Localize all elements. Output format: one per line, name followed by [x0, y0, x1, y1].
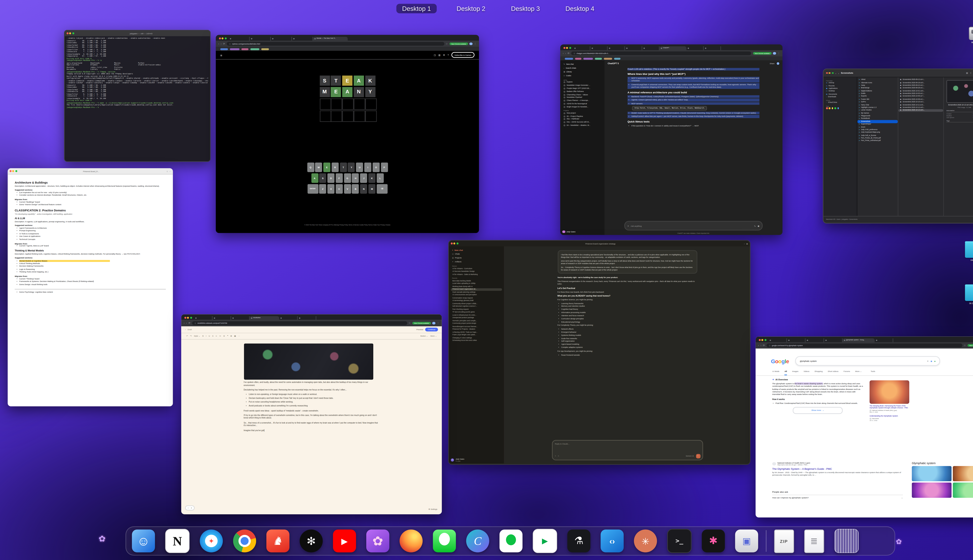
- keyboard-key[interactable]: U: [356, 163, 363, 172]
- continue-button[interactable]: Continue: [425, 327, 438, 332]
- tag-dots[interactable]: [825, 107, 855, 110]
- bookmark-star-icon[interactable]: ☆: [964, 344, 966, 347]
- reload-icon[interactable]: ⟳: [568, 52, 570, 55]
- browser-tab[interactable]: [704, 46, 721, 50]
- browser-tab[interactable]: [194, 316, 212, 320]
- sidebar-item[interactable]: ⌕ Search chats: [562, 66, 602, 70]
- site-info-icon[interactable]: ⓘ: [195, 322, 196, 324]
- browser-tab[interactable]: [625, 46, 642, 50]
- recent-item[interactable]: Neurodivergent success framew...: [451, 325, 502, 328]
- format-tool[interactable]: S: [212, 335, 213, 337]
- active-tab[interactable]: ChatGPT: [659, 46, 686, 50]
- editor-paragraph[interactable]: I'll try to go into the different types …: [244, 414, 380, 420]
- keyboard-key[interactable]: T: [340, 163, 347, 172]
- browser-tab[interactable]: [228, 37, 249, 41]
- recent-item[interactable]: Pinterest for Projects - Ideation: [451, 328, 502, 331]
- browser-tab[interactable]: [768, 338, 787, 342]
- keyboard-key[interactable]: W: [315, 163, 322, 172]
- site-info-icon[interactable]: ⓘ: [229, 43, 231, 45]
- paa-question[interactable]: How can I improve my glymphatic system?⌄: [772, 495, 903, 500]
- browser-tab[interactable]: [231, 316, 249, 320]
- starred-item[interactable]: AI for Artisans - Sales & Marketing: [451, 273, 502, 276]
- macintosh-hd-icon[interactable]: Macintosh HD: [960, 27, 973, 43]
- desktop-2-tab[interactable]: Desktop 2: [451, 3, 491, 13]
- search-box[interactable]: glymphatic system ✕ ◉ ◈: [795, 356, 940, 366]
- bookmark-chip[interactable]: [614, 58, 620, 60]
- model-selector[interactable]: Sonnet 4.5: [686, 455, 694, 457]
- project-item[interactable]: New project: [562, 112, 602, 115]
- starred-item[interactable]: AI Success Newsletter Design: [451, 270, 502, 273]
- file-row[interactable]: ▸ GoPro: [857, 101, 898, 103]
- flower-app[interactable]: ✿: [366, 530, 389, 552]
- project-item[interactable]: 04a – ADHD Success with M...: [562, 121, 602, 124]
- sidebar-item[interactable]: ✎ New chat: [562, 62, 602, 66]
- format-tool[interactable]: Button ⌄: [421, 335, 428, 337]
- browser-tab[interactable]: [607, 46, 625, 50]
- back-icon[interactable]: ‹: [185, 328, 186, 331]
- back-icon[interactable]: ‹: [184, 322, 184, 325]
- address-bar[interactable]: ⓘ google.com/search?q=glymphatic+system: [766, 343, 962, 347]
- site-info-icon[interactable]: ⓘ: [574, 52, 575, 54]
- notion-app[interactable]: N: [165, 529, 189, 553]
- address-bar[interactable]: ⓘ nytimes.com/games/wordle/index.html: [227, 42, 444, 46]
- folder-04-archives[interactable]: 04 Archives: [957, 242, 973, 261]
- file-row[interactable]: ▣ Screenshot 2025-10-01 at 8...: [898, 90, 943, 92]
- recent-item[interactable]: Best data tracking details: [451, 279, 502, 282]
- profile-row[interactable]: J Jody Gates: [562, 230, 575, 233]
- document-file[interactable]: ≣: [804, 529, 824, 553]
- safari-app[interactable]: ✦: [200, 530, 223, 552]
- google-search-window[interactable]: glymphatic system - Goog... ‹ › ⟳ ⓘ goog…: [756, 337, 973, 518]
- clear-icon[interactable]: ✕: [927, 360, 929, 362]
- new-window-icon[interactable]: ▣: [746, 242, 748, 245]
- terminal-app[interactable]: >_: [667, 529, 692, 553]
- editor-paragraph[interactable]: Declare bankruptcy and hold down the 'Cl…: [244, 397, 380, 400]
- chatgpt-app[interactable]: ✻: [300, 530, 323, 552]
- search-tab[interactable]: Forums: [844, 370, 850, 375]
- file-row[interactable]: ▸ Larian Studios: [857, 109, 898, 112]
- format-tool[interactable]: ❝: [227, 335, 228, 337]
- gpt-item[interactable]: Explore: [562, 81, 602, 84]
- recent-item[interactable]: Hermetic principles and comple...: [451, 320, 502, 322]
- search-tab[interactable]: Short videos: [828, 370, 839, 375]
- gpt-item[interactable]: ADHD for the Neurotypical: [562, 102, 602, 105]
- bookmark-star-icon[interactable]: ☆: [446, 43, 448, 45]
- more-icon[interactable]: ⋯: [169, 170, 171, 172]
- menu-icon[interactable]: ⋮: [437, 322, 439, 325]
- stats-icon[interactable]: ▥: [438, 54, 441, 56]
- file-row[interactable]: ▸ Superwhisper: [857, 123, 898, 126]
- keyboard-key[interactable]: G: [344, 173, 351, 183]
- bookmark-chip[interactable]: [261, 48, 269, 50]
- file-row[interactable]: ▸ Jody Keyboard-Maps.png: [857, 131, 898, 134]
- editor-window[interactable]: mindfulhtm ‹ › ⟳ ⓘ mindfulhtm.sidetask.c…: [181, 314, 442, 514]
- folder-06-swipe-files[interactable]: 06 Swipe Files: [957, 286, 973, 304]
- subscribe-button[interactable]: Subscribe to Games: [451, 52, 475, 58]
- voice-mode-icon[interactable]: ◉: [757, 224, 759, 227]
- back-icon[interactable]: ‹: [563, 52, 563, 55]
- file-row[interactable]: ▣ Screenshot 2025-10-05 at 7...: [898, 95, 943, 98]
- recent-item[interactable]: Community project portal design: [451, 322, 502, 325]
- keyboard-key[interactable]: R: [332, 163, 339, 172]
- menu-icon[interactable]: ⋮: [474, 43, 476, 45]
- gpt-item[interactable]: People Magic GPT (2025 Edi...: [562, 87, 602, 90]
- trash[interactable]: [834, 529, 858, 553]
- address-bar[interactable]: ⓘ mindfulhtm.sidetask.com/post/71033769: [192, 321, 407, 325]
- profile-avatar[interactable]: [773, 52, 776, 55]
- keyboard-key[interactable]: K: [368, 173, 375, 183]
- sidebar-item[interactable]: ◎ AirDrop: [825, 82, 855, 84]
- finder-window[interactable]: ‹ › Screenshots ▦ ⇪ ⊙ ⋯ ⌕ Favourites ◎ A…: [823, 68, 973, 223]
- sidebar-nav-item[interactable]: ◱ Chats: [451, 252, 502, 256]
- search-tab[interactable]: More ⌄: [855, 370, 862, 375]
- recent-item[interactable]: Goal cascade planning settings: [451, 291, 502, 294]
- keyboard-key[interactable]: E: [323, 163, 331, 172]
- project-item[interactable]: 05a – Pathfinder: [562, 118, 602, 121]
- file-row[interactable]: ▸ Harry Chat: [857, 103, 898, 106]
- chrome-update-pill[interactable]: New Chrome available: [753, 52, 772, 55]
- file-row[interactable]: ▣ Screenshot 2025-10-03 at 1...: [898, 92, 943, 95]
- search-tab[interactable]: All: [784, 370, 787, 375]
- share-icon[interactable]: ⇪: [970, 72, 971, 74]
- chatgpt-window[interactable]: ChatGPT ‹ › ⟳ ⓘ chatgpt.com/c/68e94920-3…: [560, 45, 782, 235]
- format-tool[interactable]: ⋯: [238, 335, 240, 337]
- keyboard-key[interactable]: N: [360, 184, 367, 194]
- active-tab[interactable]: Wordle — The New York Ti...: [313, 37, 348, 41]
- keyboard-key[interactable]: X: [328, 184, 334, 194]
